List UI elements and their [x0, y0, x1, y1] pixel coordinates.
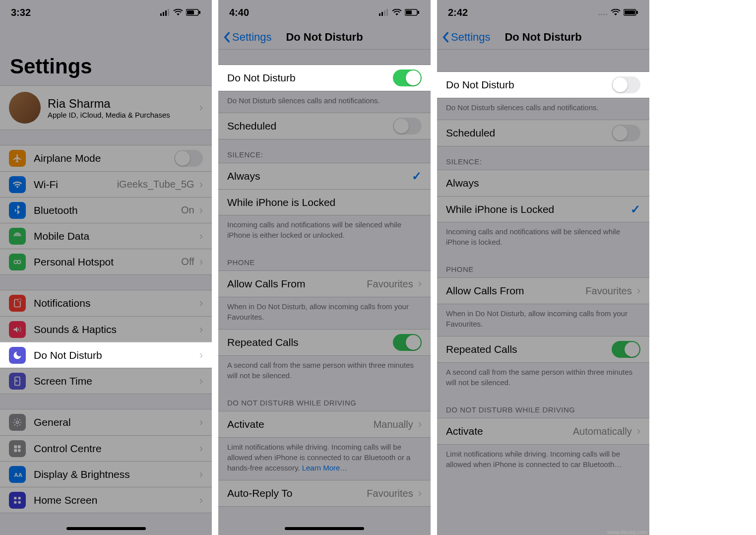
row-label: Wi-Fi — [34, 179, 117, 191]
airplane-toggle[interactable] — [174, 150, 203, 167]
row-airplane-mode[interactable]: Airplane Mode — [0, 145, 212, 171]
row-silence-locked[interactable]: While iPhone is Locked ✓ — [437, 196, 649, 222]
row-mobile-data[interactable]: Mobile Data › — [0, 223, 212, 249]
row-screen-time[interactable]: Screen Time › — [0, 368, 212, 394]
row-scheduled[interactable]: Scheduled — [437, 120, 649, 146]
row-repeated-calls[interactable]: Repeated Calls — [218, 330, 431, 355]
row-label: Repeated Calls — [446, 343, 612, 355]
row-wifi[interactable]: Wi-Fi iGeeks_Tube_5G › — [0, 171, 212, 197]
row-label: Scheduled — [227, 120, 393, 132]
row-label: Always — [446, 177, 640, 189]
apple-id-row[interactable]: Ria Sharma Apple ID, iCloud, Media & Pur… — [0, 85, 212, 130]
status-time: 4:40 — [229, 7, 249, 18]
row-bluetooth[interactable]: Bluetooth On › — [0, 197, 212, 223]
notifications-icon — [9, 295, 26, 312]
row-notifications[interactable]: Notifications › — [0, 290, 212, 316]
cellular-signal-icon — [598, 9, 608, 16]
activate-footer: Limit notifications while driving. Incom… — [218, 438, 431, 480]
svg-rect-22 — [379, 13, 380, 16]
svg-rect-18 — [14, 497, 16, 499]
chevron-left-icon — [223, 32, 230, 43]
repeated-calls-group: Repeated Calls — [437, 336, 649, 363]
scheduled-group: Scheduled — [218, 113, 431, 139]
repeated-calls-footer: A second call from the same person withi… — [437, 363, 649, 395]
row-label: Activate — [227, 418, 374, 430]
home-screen-icon — [9, 492, 26, 509]
row-do-not-disturb[interactable]: Do Not Disturb › — [0, 342, 212, 368]
allow-calls-group: Allow Calls From Favourites › — [218, 270, 431, 297]
svg-rect-15 — [14, 449, 17, 452]
scheduled-group: Scheduled — [437, 120, 649, 146]
chevron-right-icon: › — [418, 418, 422, 431]
chevron-right-icon: › — [199, 375, 203, 388]
row-value: Favourites — [367, 278, 413, 290]
chevron-right-icon: › — [637, 284, 640, 297]
allow-calls-footer: When in Do Not Disturb, allow incoming c… — [437, 304, 649, 336]
row-dnd-toggle[interactable]: Do Not Disturb — [218, 65, 431, 91]
svg-rect-1 — [163, 12, 164, 16]
repeated-calls-toggle[interactable] — [393, 334, 422, 351]
hotspot-icon — [9, 254, 26, 270]
row-label: Always — [227, 170, 412, 182]
chevron-right-icon: › — [418, 487, 422, 500]
cellular-signal-icon — [379, 9, 389, 16]
row-value: iGeeks_Tube_5G — [117, 179, 194, 190]
row-value: Off — [181, 256, 194, 268]
row-activate[interactable]: Activate Manually › — [218, 411, 431, 437]
row-control-centre[interactable]: Control Centre › — [0, 435, 212, 461]
scheduled-toggle[interactable] — [393, 118, 422, 134]
phone-header: PHONE — [218, 247, 431, 270]
silence-footer: Incoming calls and notifications will be… — [218, 215, 431, 247]
dnd-footer: Do Not Disturb silences calls and notifi… — [437, 98, 649, 120]
svg-rect-23 — [381, 12, 383, 16]
nav-bar: Settings Do Not Disturb — [218, 25, 431, 50]
chevron-right-icon: › — [199, 204, 203, 217]
sounds-icon — [9, 321, 26, 338]
row-activate[interactable]: Activate Automatically › — [437, 418, 649, 444]
home-indicator[interactable] — [285, 527, 364, 530]
row-repeated-calls[interactable]: Repeated Calls — [437, 336, 649, 362]
row-personal-hotspot[interactable]: Personal Hotspot Off › — [0, 249, 212, 274]
chevron-right-icon: › — [418, 277, 422, 290]
row-label: General — [34, 416, 199, 428]
settings-group-2: Notifications › Sounds & Haptics › Do No… — [0, 290, 212, 394]
driving-header: DO NOT DISTURB WHILE DRIVING — [437, 395, 649, 418]
scheduled-toggle[interactable] — [612, 125, 640, 141]
svg-rect-20 — [14, 501, 16, 503]
status-bar: 4:40 — [218, 0, 431, 25]
row-silence-locked[interactable]: While iPhone is Locked — [218, 189, 431, 215]
row-display-brightness[interactable]: AA Display & Brightness › — [0, 461, 212, 487]
bluetooth-icon — [9, 202, 26, 219]
row-label: Do Not Disturb — [34, 349, 199, 361]
svg-rect-6 — [199, 11, 200, 14]
chevron-right-icon: › — [199, 297, 203, 310]
row-silence-always[interactable]: Always ✓ — [218, 163, 431, 189]
driving-header: DO NOT DISTURB WHILE DRIVING — [218, 388, 431, 411]
row-label: Notifications — [34, 297, 199, 309]
gear-icon — [9, 414, 26, 431]
row-dnd-toggle[interactable]: Do Not Disturb — [437, 72, 649, 98]
row-allow-calls[interactable]: Allow Calls From Favourites › — [218, 271, 431, 297]
row-general[interactable]: General › — [0, 409, 212, 435]
row-home-screen[interactable]: Home Screen › — [0, 487, 212, 513]
home-indicator[interactable] — [66, 527, 146, 530]
learn-more-link[interactable]: Learn More… — [302, 464, 348, 472]
watermark: www.deuaq.com — [607, 529, 647, 535]
row-sounds[interactable]: Sounds & Haptics › — [0, 316, 212, 342]
battery-icon — [624, 9, 638, 16]
repeated-calls-toggle[interactable] — [612, 341, 640, 358]
svg-rect-2 — [165, 10, 167, 16]
chevron-right-icon: › — [199, 416, 203, 429]
row-allow-calls[interactable]: Allow Calls From Favourites › — [437, 278, 649, 304]
battery-icon — [405, 9, 420, 16]
back-button[interactable]: Settings — [437, 31, 491, 44]
row-label: Repeated Calls — [227, 336, 393, 348]
row-auto-reply-to[interactable]: Auto-Reply To Favourites › — [218, 480, 431, 506]
row-scheduled[interactable]: Scheduled — [218, 113, 431, 139]
dnd-toggle[interactable] — [393, 69, 422, 86]
row-value: Manually — [374, 419, 413, 430]
row-silence-always[interactable]: Always — [437, 170, 649, 196]
back-button[interactable]: Settings — [218, 31, 272, 44]
dnd-toggle[interactable] — [612, 76, 640, 93]
svg-text:AA: AA — [14, 471, 22, 478]
